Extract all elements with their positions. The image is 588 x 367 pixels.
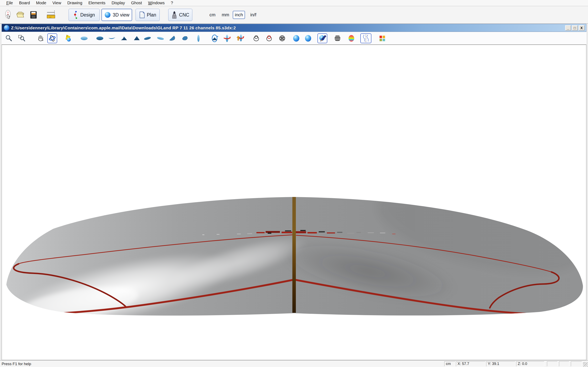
cnc-button[interactable]: CNC xyxy=(168,9,192,21)
svg-text:1 0: 1 0 xyxy=(49,16,52,18)
menu-windows[interactable]: Windows xyxy=(145,0,168,6)
view-outline-icon[interactable] xyxy=(194,33,203,43)
main-toolbar: 1 0 Design 3D view Plan xyxy=(0,6,588,24)
cnc-button-label: CNC xyxy=(179,12,189,18)
design-button[interactable]: Design xyxy=(69,9,100,21)
view-tail-icon[interactable] xyxy=(132,33,142,43)
unit-mm[interactable]: mm xyxy=(220,11,231,19)
status-empty-3 xyxy=(571,361,582,366)
render-curvature-icon[interactable] xyxy=(346,33,356,43)
svg-text:A: A xyxy=(67,35,68,37)
flow-lines-icon[interactable] xyxy=(360,33,371,43)
resize-grip[interactable] xyxy=(583,362,588,367)
surfboard-3d-render xyxy=(2,45,586,360)
board-new-icon[interactable] xyxy=(3,9,13,21)
3d-view-button-label: 3D view xyxy=(113,12,130,18)
view-perspective-2-icon[interactable] xyxy=(156,33,165,43)
zoom-window-icon[interactable] xyxy=(17,33,26,43)
menu-elements[interactable]: Elements xyxy=(85,0,108,6)
menu-drawing[interactable]: Drawing xyxy=(64,0,85,6)
pan-hand-icon[interactable] xyxy=(36,33,45,43)
rotate-flip-icon[interactable] xyxy=(235,33,245,43)
status-empty-2 xyxy=(559,361,569,366)
view-nose-icon[interactable] xyxy=(119,33,129,43)
open-folder-icon[interactable] xyxy=(15,9,26,21)
menu-mode[interactable]: Mode xyxy=(33,0,49,6)
document-icon xyxy=(4,25,9,31)
wireframe-slices-icon[interactable] xyxy=(264,33,274,43)
view-top-icon[interactable] xyxy=(79,33,89,43)
document-title: Z:\Users\dennery\Library\Containers\com.… xyxy=(11,25,236,30)
wireframe-mesh-icon[interactable] xyxy=(277,33,287,43)
zoom-icon[interactable] xyxy=(4,33,14,43)
status-help-text: Press F1 for help xyxy=(2,362,31,366)
document-title-bar[interactable]: Z:\Users\dennery\Library\Containers\com.… xyxy=(2,24,586,32)
close-button[interactable]: X xyxy=(579,25,585,31)
status-empty-1 xyxy=(547,361,558,366)
view-toolbar: A xyxy=(2,32,586,45)
dimensions-ruler-icon[interactable]: 1 0 xyxy=(46,9,57,21)
render-smooth-icon[interactable] xyxy=(303,33,313,43)
render-shaded-icon[interactable] xyxy=(291,33,301,43)
plan-button-label: Plan xyxy=(147,12,156,18)
plan-button[interactable]: Plan xyxy=(136,9,160,21)
view-bottom-icon[interactable] xyxy=(95,33,105,43)
status-bar: Press F1 for help cm X: 57.7 Y: 39.1 Z: … xyxy=(0,360,588,367)
view-perspective-1-icon[interactable] xyxy=(143,33,152,43)
status-y: Y: 39.1 xyxy=(486,361,515,366)
menu-help[interactable]: ? xyxy=(168,0,176,6)
menu-file[interactable]: File xyxy=(3,0,16,6)
light-source-icon[interactable]: A xyxy=(63,33,73,43)
render-stripes-icon[interactable] xyxy=(333,33,342,43)
maximize-button[interactable]: □ xyxy=(572,25,578,31)
status-unit: cm xyxy=(444,361,455,366)
menu-bar: File Board Mode View Drawing Elements Di… xyxy=(0,0,588,6)
view-perspective-3-icon[interactable] xyxy=(168,33,177,43)
menu-ghost[interactable]: Ghost xyxy=(128,0,145,6)
design-button-label: Design xyxy=(80,12,95,18)
minimize-button[interactable]: _ xyxy=(565,25,571,31)
stringer xyxy=(292,197,296,313)
view-rocker-icon[interactable] xyxy=(107,33,117,43)
unit-inf[interactable]: in/f xyxy=(249,11,258,19)
unit-inch[interactable]: inch xyxy=(233,11,245,19)
menu-view[interactable]: View xyxy=(49,0,64,6)
wireframe-icon[interactable] xyxy=(251,33,261,43)
unit-cm[interactable]: cm xyxy=(208,11,217,19)
rotate-view-icon[interactable] xyxy=(210,33,219,43)
color-palette-icon[interactable] xyxy=(377,33,387,43)
save-floppy-icon[interactable] xyxy=(28,9,39,21)
rotate-3d-icon[interactable] xyxy=(47,33,57,43)
view-perspective-4-icon[interactable] xyxy=(180,33,190,43)
status-x: X: 57.7 xyxy=(456,361,485,366)
3d-view-button[interactable]: 3D view xyxy=(102,9,132,21)
menu-display[interactable]: Display xyxy=(108,0,128,6)
rotate-axis-icon[interactable] xyxy=(222,33,232,43)
render-paint-icon[interactable] xyxy=(318,33,327,43)
3d-viewport[interactable] xyxy=(2,45,586,360)
status-z: Z: 0.0 xyxy=(516,361,544,366)
menu-board[interactable]: Board xyxy=(16,0,33,6)
